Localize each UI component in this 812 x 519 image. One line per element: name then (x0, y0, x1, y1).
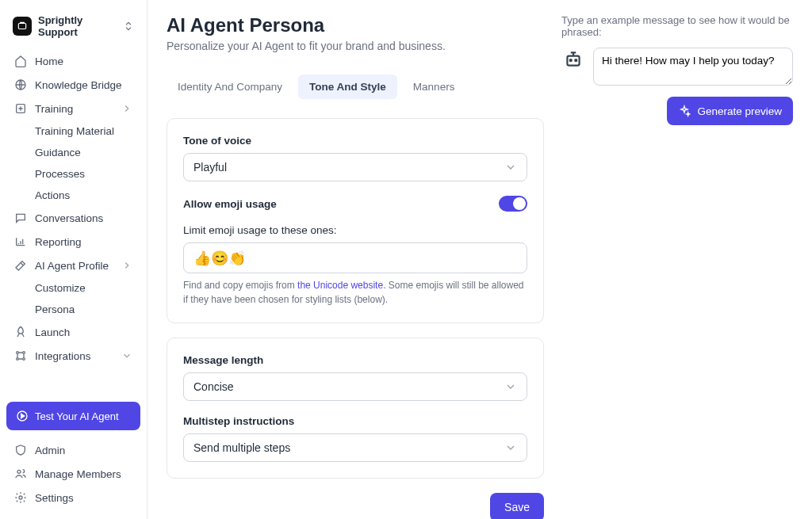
rocket-icon (14, 326, 27, 338)
sidebar-sub-guidance[interactable]: Guidance (27, 142, 140, 163)
emoji-limit-label: Limit emoji usage to these ones: (183, 224, 527, 236)
chevron-updown-icon (123, 21, 134, 32)
length-value: Concise (193, 380, 234, 393)
sidebar-item-label: Settings (35, 492, 132, 504)
svg-point-4 (23, 352, 25, 354)
length-label: Message length (183, 354, 527, 366)
sidebar-sub-processes[interactable]: Processes (27, 163, 140, 185)
sidebar-item-label: Training Material (35, 125, 132, 137)
users-icon (14, 467, 27, 480)
sidebar-item-ai-agent-profile[interactable]: AI Agent Profile (6, 254, 140, 277)
tab-identity[interactable]: Identity And Company (167, 74, 293, 99)
sidebar-item-training[interactable]: Training (6, 97, 140, 120)
sidebar-item-label: Customize (35, 282, 132, 294)
sparkle-icon (678, 105, 691, 117)
chevron-down-icon (504, 380, 517, 393)
sidebar-item-label: Training (35, 103, 113, 115)
tabs: Identity And Company Tone And Style Mann… (167, 74, 544, 99)
sidebar-item-home[interactable]: Home (6, 49, 140, 73)
chevron-down-icon (121, 350, 132, 361)
sidebar-item-integrations[interactable]: Integrations (6, 344, 140, 368)
length-select[interactable]: Concise (183, 372, 527, 401)
chevron-down-icon (504, 161, 517, 174)
sidebar-item-label: Admin (35, 445, 132, 456)
sidebar-item-label: Integrations (35, 350, 113, 362)
sidebar-item-settings[interactable]: Settings (6, 486, 140, 509)
unicode-link[interactable]: the Unicode website (297, 280, 383, 291)
svg-rect-0 (18, 24, 25, 29)
sidebar-item-label: Persona (35, 303, 132, 315)
sidebar-item-admin[interactable]: Admin (6, 438, 140, 462)
emoji-help-text: Find and copy emojis from the Unicode we… (183, 278, 527, 307)
page-title: AI Agent Persona (167, 14, 544, 36)
sidebar-sub-training-material[interactable]: Training Material (27, 120, 140, 142)
shield-icon (14, 444, 27, 456)
play-icon (16, 410, 29, 422)
tab-tone[interactable]: Tone And Style (298, 74, 397, 99)
generate-label: Generate preview (697, 105, 782, 117)
sidebar-item-label: Knowledge Bridge (35, 79, 132, 91)
preview-textarea[interactable] (593, 48, 793, 86)
svg-point-9 (19, 496, 22, 499)
sidebar-item-label: Actions (35, 189, 132, 201)
multistep-select[interactable]: Send multiple steps (183, 433, 527, 462)
sidebar-item-label: AI Agent Profile (35, 260, 113, 272)
tone-card: Tone of voice Playful Allow emoji usage … (167, 118, 544, 323)
message-card: Message length Concise Multistep instruc… (167, 338, 544, 479)
sidebar-item-members[interactable]: Manage Members (6, 462, 140, 486)
chevron-right-icon (121, 103, 132, 114)
svg-point-6 (23, 358, 25, 361)
svg-point-3 (17, 352, 19, 354)
workspace-icon (13, 17, 32, 36)
wand-icon (14, 259, 27, 272)
training-icon (14, 102, 27, 115)
sidebar-item-label: Guidance (35, 147, 132, 158)
workspace-name: Sprightly Support (38, 14, 117, 38)
multistep-value: Send multiple steps (193, 441, 290, 454)
bot-icon (561, 48, 585, 71)
chevron-right-icon (121, 260, 132, 271)
test-agent-button[interactable]: Test Your AI Agent (6, 402, 140, 430)
home-icon (14, 55, 27, 67)
sidebar-item-label: Home (35, 55, 132, 67)
sidebar-sub-persona[interactable]: Persona (27, 299, 140, 320)
tone-select[interactable]: Playful (183, 153, 527, 181)
emoji-input[interactable] (183, 242, 527, 273)
save-button[interactable]: Save (490, 493, 544, 519)
preview-hint: Type an example message to see how it wo… (561, 14, 793, 38)
sidebar-item-label: Conversations (35, 212, 132, 224)
chart-icon (14, 235, 27, 248)
svg-point-8 (17, 470, 21, 473)
sidebar-item-reporting[interactable]: Reporting (6, 230, 140, 254)
chat-icon (14, 212, 27, 224)
tab-manners[interactable]: Manners (402, 74, 466, 99)
tone-value: Playful (193, 161, 227, 174)
sidebar-sub-customize[interactable]: Customize (27, 277, 140, 299)
sidebar-sub-actions[interactable]: Actions (27, 185, 140, 206)
emoji-toggle[interactable] (499, 196, 527, 212)
tone-label: Tone of voice (183, 135, 527, 147)
sidebar-item-label: Processes (35, 168, 132, 180)
test-agent-label: Test Your AI Agent (35, 410, 119, 422)
page-subtitle: Personalize your AI Agent to fit your br… (167, 40, 544, 52)
gear-icon (14, 491, 27, 504)
chevron-down-icon (504, 441, 517, 454)
emoji-toggle-label: Allow emoji usage (183, 198, 277, 210)
sidebar-item-launch[interactable]: Launch (6, 320, 140, 344)
sidebar-item-label: Manage Members (35, 468, 132, 480)
globe-icon (14, 78, 27, 91)
sidebar-item-conversations[interactable]: Conversations (6, 206, 140, 230)
sidebar-item-knowledge[interactable]: Knowledge Bridge (6, 73, 140, 97)
workspace-switcher[interactable]: Sprightly Support (6, 10, 140, 43)
integrations-icon (14, 349, 27, 362)
svg-point-12 (575, 59, 576, 61)
sidebar-item-label: Launch (35, 326, 132, 338)
svg-point-11 (570, 59, 572, 61)
multistep-label: Multistep instructions (183, 415, 527, 427)
svg-point-5 (17, 358, 19, 361)
sidebar-item-label: Reporting (35, 236, 132, 248)
generate-preview-button[interactable]: Generate preview (667, 97, 793, 125)
